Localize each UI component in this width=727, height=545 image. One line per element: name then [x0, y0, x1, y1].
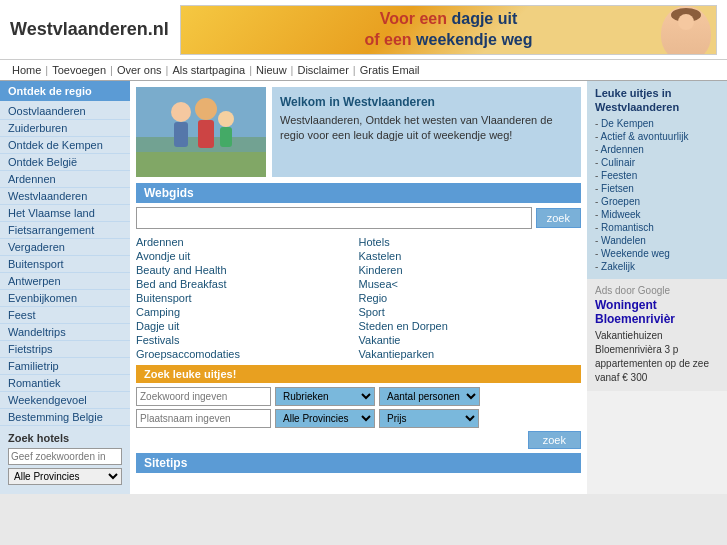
webgids-link-kinderen[interactable]: Kinderen [359, 263, 582, 277]
rs-link-kempen[interactable]: De Kempen [595, 117, 719, 130]
rs-link-actief[interactable]: Actief & avontuurlijk [595, 130, 719, 143]
welcome-image [136, 87, 266, 177]
webgids-title: Webgids [136, 183, 581, 203]
zoek-uitjes-button[interactable]: zoek [528, 431, 581, 449]
welcome-box: Welkom in Westvlaanderen Westvlaanderen,… [136, 87, 581, 177]
rs-link-fietsen[interactable]: Fietsen [595, 182, 719, 195]
ads-text: Vakantiehuizen Bloemenrivièra 3 p appart… [595, 329, 719, 385]
sitetips-title: Sitetips [136, 453, 581, 473]
sidebar-item-buitensport[interactable]: Buitensport [0, 256, 130, 273]
zoek-aantal-select[interactable]: Aantal personen [379, 387, 480, 406]
rs-link-romantisch[interactable]: Romantisch [595, 221, 719, 234]
sidebar-item-vlaamse-land[interactable]: Het Vlaamse land [0, 205, 130, 222]
webgids-link-steden[interactable]: Steden en Dorpen [359, 319, 582, 333]
zoek-prijs-select[interactable]: Prijs [379, 409, 479, 428]
webgids-col2: Hotels Kastelen Kinderen Musea< Regio Sp… [359, 235, 582, 361]
rs-link-culinair[interactable]: Culinair [595, 156, 719, 169]
webgids-link-kastelen[interactable]: Kastelen [359, 249, 582, 263]
ads-section: Ads door Google Woningent Bloemenrivièr … [587, 279, 727, 391]
zoek-uitjes-title: Zoek leuke uitjes! [136, 365, 581, 383]
sidebar-item-oostvlaanderen[interactable]: Oostvlaanderen [0, 103, 130, 120]
webgids-link-ardennen[interactable]: Ardennen [136, 235, 359, 249]
zoek-uitjes-row1: Rubrieken Aantal personen [136, 387, 581, 406]
welcome-text: Welkom in Westvlaanderen Westvlaanderen,… [272, 87, 581, 177]
svg-rect-7 [220, 127, 232, 147]
webgids-search-button[interactable]: zoek [536, 208, 581, 228]
webgids-link-musea[interactable]: Musea< [359, 277, 582, 291]
sidebar-item-bestemming-belgie[interactable]: Bestemming Belgie [0, 409, 130, 426]
webgids-link-festivals[interactable]: Festivals [136, 333, 359, 347]
sidebar-item-ontdek-kempen[interactable]: Ontdek de Kempen [0, 137, 130, 154]
webgids-links: Ardennen Avondje uit Beauty and Health B… [136, 235, 581, 361]
banner[interactable]: Voor een dagje uit of een weekendje weg [180, 5, 717, 55]
welcome-description: Westvlaanderen, Ontdek het westen van Vl… [280, 113, 573, 144]
webgids-link-beauty[interactable]: Beauty and Health [136, 263, 359, 277]
sidebar-item-wandeltrips[interactable]: Wandeltrips [0, 324, 130, 341]
webgids-link-sport[interactable]: Sport [359, 305, 582, 319]
ads-label: Ads door Google [595, 285, 719, 296]
right-sidebar: Leuke uitjes in Westvlaanderen De Kempen… [587, 81, 727, 494]
nav-home[interactable]: Home [12, 64, 41, 76]
rs-link-zakelijk[interactable]: Zakelijk [595, 260, 719, 273]
leuke-uitjes-box: Leuke uitjes in Westvlaanderen De Kempen… [587, 81, 727, 279]
webgids-link-vakantie[interactable]: Vakantie [359, 333, 582, 347]
sidebar-item-evenbijkomen[interactable]: Evenbijkomen [0, 290, 130, 307]
svg-rect-8 [136, 152, 266, 177]
welcome-title: Welkom in Westvlaanderen [280, 95, 573, 109]
webgids-link-vakantieparken[interactable]: Vakantieparken [359, 347, 582, 361]
sidebar-item-romantiek[interactable]: Romantiek [0, 375, 130, 392]
zoek-provincies-select[interactable]: Alle Provincies [275, 409, 375, 428]
sidebar-item-antwerpen[interactable]: Antwerpen [0, 273, 130, 290]
svg-point-2 [171, 102, 191, 122]
zoek-rubrieken-select[interactable]: Rubrieken [275, 387, 375, 406]
webgids-search-row: zoek [136, 207, 581, 229]
nav-als-startpagina[interactable]: Als startpagina [172, 64, 245, 76]
banner-text: Voor een dagje uit of een weekendje weg [364, 9, 532, 51]
rs-link-weekende[interactable]: Weekende weg [595, 247, 719, 260]
ads-title[interactable]: Woningent Bloemenrivièr [595, 298, 719, 326]
webgids-link-groepsaccomodaties[interactable]: Groepsaccomodaties [136, 347, 359, 361]
webgids-link-hotels[interactable]: Hotels [359, 235, 582, 249]
hotel-search-input[interactable] [8, 448, 122, 465]
webgids-search-input[interactable] [136, 207, 532, 229]
sidebar-item-ardennen[interactable]: Ardennen [0, 171, 130, 188]
sidebar-item-fietsarrangement[interactable]: Fietsarrangement [0, 222, 130, 239]
hotel-search-label: Zoek hotels [8, 432, 122, 444]
zoek-uitjes-row2: Alle Provincies Prijs [136, 409, 581, 428]
nav-bar: Home | Toevoegen | Over ons | Als startp… [0, 60, 727, 81]
nav-over-ons[interactable]: Over ons [117, 64, 162, 76]
sidebar-item-westvlaanderen[interactable]: Westvlaanderen [0, 188, 130, 205]
sidebar-item-weekendgevoel[interactable]: Weekendgevoel [0, 392, 130, 409]
sidebar-item-ontdek-belgie[interactable]: Ontdek België [0, 154, 130, 171]
nav-disclaimer[interactable]: Disclaimer [297, 64, 348, 76]
sidebar-section-title: Ontdek de regio [0, 81, 130, 101]
sidebar-item-vergaderen[interactable]: Vergaderen [0, 239, 130, 256]
rs-link-midweek[interactable]: Midweek [595, 208, 719, 221]
webgids-link-buitensport[interactable]: Buitensport [136, 291, 359, 305]
hotel-search-select[interactable]: Alle Provincies [8, 468, 122, 485]
sidebar-item-fietstrips[interactable]: Fietstrips [0, 341, 130, 358]
zoek-plaatsnaam-input[interactable] [136, 409, 271, 428]
webgids-link-regio[interactable]: Regio [359, 291, 582, 305]
webgids-link-dagje[interactable]: Dagje uit [136, 319, 359, 333]
sidebar-item-zuiderburen[interactable]: Zuiderburen [0, 120, 130, 137]
sidebar-item-familietrip[interactable]: Familietrip [0, 358, 130, 375]
zoek-btn-row: zoek [136, 431, 581, 449]
nav-nieuw[interactable]: Nieuw [256, 64, 287, 76]
nav-gratis-email[interactable]: Gratis Email [360, 64, 420, 76]
webgids-link-camping[interactable]: Camping [136, 305, 359, 319]
rs-link-groepen[interactable]: Groepen [595, 195, 719, 208]
webgids-link-avondje[interactable]: Avondje uit [136, 249, 359, 263]
webgids-section: Webgids zoek Ardennen Avondje uit Beauty… [136, 183, 581, 361]
zoek-keyword-input[interactable] [136, 387, 271, 406]
main-content: Welkom in Westvlaanderen Westvlaanderen,… [130, 81, 587, 494]
svg-point-4 [195, 98, 217, 120]
nav-toevoegen[interactable]: Toevoegen [52, 64, 106, 76]
rs-link-wandelen[interactable]: Wandelen [595, 234, 719, 247]
webgids-link-bb[interactable]: Bed and Breakfast [136, 277, 359, 291]
rs-link-ardennen[interactable]: Ardennen [595, 143, 719, 156]
zoek-uitjes-section: Zoek leuke uitjes! Rubrieken Aantal pers… [136, 365, 581, 449]
sidebar-item-feest[interactable]: Feest [0, 307, 130, 324]
rs-link-feesten[interactable]: Feesten [595, 169, 719, 182]
svg-rect-3 [174, 122, 188, 147]
